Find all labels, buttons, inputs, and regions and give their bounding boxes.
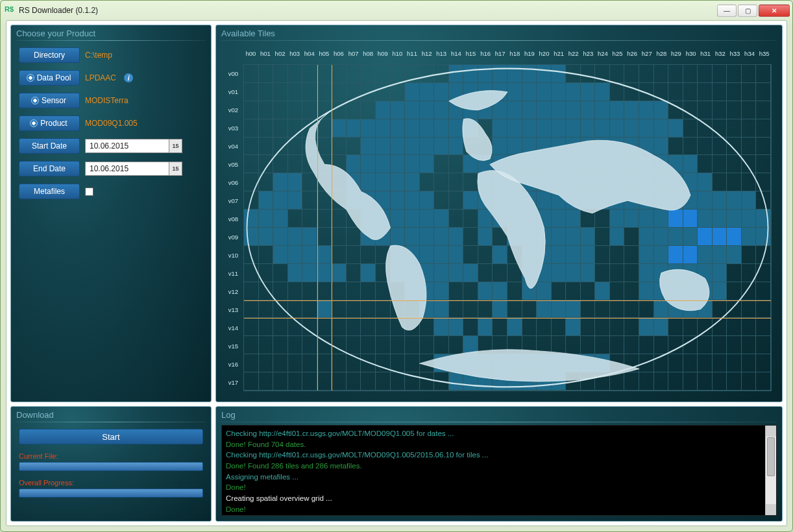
tile-cell[interactable]	[639, 354, 654, 372]
tile-cell[interactable]	[727, 336, 742, 354]
tile-grid[interactable]	[244, 65, 771, 391]
tile-cell[interactable]	[624, 228, 639, 246]
tile-cell[interactable]	[507, 191, 522, 210]
enddate-input[interactable]	[85, 162, 169, 176]
tile-cell[interactable]	[668, 210, 683, 228]
tile-cell[interactable]	[522, 318, 537, 336]
tile-cell[interactable]	[420, 228, 435, 246]
tile-cell[interactable]	[654, 318, 669, 336]
tile-cell[interactable]	[654, 246, 669, 264]
startdate-button[interactable]: Start Date	[19, 138, 80, 154]
tile-cell[interactable]	[288, 138, 303, 156]
tile-cell[interactable]	[288, 318, 303, 336]
tile-cell[interactable]	[683, 228, 698, 246]
tile-cell[interactable]	[756, 264, 771, 282]
tile-cell[interactable]	[654, 372, 669, 391]
tile-cell[interactable]	[624, 173, 639, 191]
tile-cell[interactable]	[713, 372, 727, 391]
tile-cell[interactable]	[581, 65, 596, 83]
tile-cell[interactable]	[727, 138, 742, 156]
tile-cell[interactable]	[463, 300, 478, 319]
tile-cell[interactable]	[361, 318, 376, 336]
tile-cell[interactable]	[478, 318, 493, 336]
tile-cell[interactable]	[727, 372, 742, 391]
tile-cell[interactable]	[537, 173, 552, 191]
tile-cell[interactable]	[405, 155, 420, 173]
tile-cell[interactable]	[683, 264, 698, 282]
tile-cell[interactable]	[493, 372, 507, 391]
tile-cell[interactable]	[361, 138, 376, 156]
tile-cell[interactable]	[756, 246, 771, 264]
tile-cell[interactable]	[434, 246, 449, 264]
tile-cell[interactable]	[244, 119, 259, 138]
tile-cell[interactable]	[259, 246, 274, 264]
tile-cell[interactable]	[507, 336, 522, 354]
tile-cell[interactable]	[742, 246, 757, 264]
tile-cell[interactable]	[683, 65, 698, 83]
tile-cell[interactable]	[552, 372, 567, 391]
tile-cell[interactable]	[273, 119, 288, 138]
tile-cell[interactable]	[522, 191, 537, 210]
tile-cell[interactable]	[552, 191, 567, 210]
tile-cell[interactable]	[639, 210, 654, 228]
tile-cell[interactable]	[698, 228, 713, 246]
tile-cell[interactable]	[478, 210, 493, 228]
tile-cell[interactable]	[522, 336, 537, 354]
tile-cell[interactable]	[317, 210, 332, 228]
tile-cell[interactable]	[420, 138, 435, 156]
tile-cell[interactable]	[259, 191, 274, 210]
tile-cell[interactable]	[668, 300, 683, 319]
tile-cell[interactable]	[376, 300, 391, 319]
tile-cell[interactable]	[434, 372, 449, 391]
tile-cell[interactable]	[302, 155, 317, 173]
tile-cell[interactable]	[244, 191, 259, 210]
tile-cell[interactable]	[537, 101, 552, 119]
tile-cell[interactable]	[463, 264, 478, 282]
tile-cell[interactable]	[610, 318, 625, 336]
tile-cell[interactable]	[449, 246, 464, 264]
tile-cell[interactable]	[683, 191, 698, 210]
tile-cell[interactable]	[713, 354, 727, 372]
tile-cell[interactable]	[581, 282, 596, 300]
calendar-icon[interactable]: 15	[169, 139, 182, 153]
tile-cell[interactable]	[522, 210, 537, 228]
tile-cell[interactable]	[713, 246, 727, 264]
tile-cell[interactable]	[713, 119, 727, 138]
tile-cell[interactable]	[361, 83, 376, 101]
tile-cell[interactable]	[624, 354, 639, 372]
tile-cell[interactable]	[507, 119, 522, 138]
tile-cell[interactable]	[624, 101, 639, 119]
tile-cell[interactable]	[405, 264, 420, 282]
tile-cell[interactable]	[581, 191, 596, 210]
tile-cell[interactable]	[302, 173, 317, 191]
tile-cell[interactable]	[668, 372, 683, 391]
tile-cell[interactable]	[566, 65, 581, 83]
tile-cell[interactable]	[595, 155, 610, 173]
tile-cell[interactable]	[273, 228, 288, 246]
tile-cell[interactable]	[463, 318, 478, 336]
tile-cell[interactable]	[244, 83, 259, 101]
tile-cell[interactable]	[347, 246, 361, 264]
metafiles-button[interactable]: Metafiles	[19, 184, 80, 199]
tile-cell[interactable]	[332, 101, 347, 119]
tile-cell[interactable]	[624, 246, 639, 264]
tile-cell[interactable]	[332, 210, 347, 228]
directory-button[interactable]: Directory	[19, 47, 80, 63]
tile-cell[interactable]	[566, 228, 581, 246]
tile-cell[interactable]	[332, 138, 347, 156]
tile-cell[interactable]	[742, 372, 757, 391]
tile-cell[interactable]	[610, 101, 625, 119]
tile-cell[interactable]	[595, 318, 610, 336]
tile-cell[interactable]	[273, 318, 288, 336]
tile-cell[interactable]	[552, 138, 567, 156]
tile-cell[interactable]	[493, 336, 507, 354]
tile-cell[interactable]	[405, 173, 420, 191]
tile-cell[interactable]	[595, 336, 610, 354]
tile-cell[interactable]	[376, 191, 391, 210]
tile-cell[interactable]	[493, 246, 507, 264]
tile-cell[interactable]	[537, 138, 552, 156]
tile-cell[interactable]	[449, 173, 464, 191]
tile-cell[interactable]	[449, 65, 464, 83]
tile-cell[interactable]	[434, 282, 449, 300]
calendar-icon[interactable]: 15	[169, 162, 182, 176]
